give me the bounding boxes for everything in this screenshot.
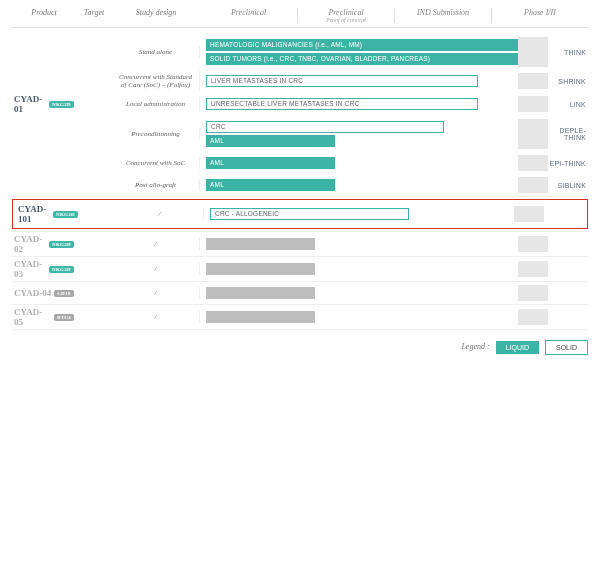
progress-bar: AML xyxy=(206,179,335,191)
bar-track: AML xyxy=(200,152,548,174)
phase-label: IND Submission xyxy=(397,8,489,17)
bar-track xyxy=(200,233,548,255)
bar-track: LIVER METASTASES IN CRC xyxy=(200,70,548,92)
progress-bar: HEMATOLOGIC MALIGNANCIES (i.e., AML, MM) xyxy=(206,39,532,51)
progress-bar: CRC xyxy=(206,121,444,133)
product-name: CYAD-02 xyxy=(14,234,46,254)
bar-track: HEMATOLOGIC MALIGNANCIES (i.e., AML, MM)… xyxy=(200,34,548,70)
study-design-cell: Stand alone xyxy=(112,46,200,58)
target-badge: NKG2D xyxy=(53,211,78,218)
progress-bar: UNRESECTABLE LIVER METASTASES IN CRC xyxy=(206,98,478,110)
bar-track xyxy=(200,306,548,328)
phase-label: Phase I/II xyxy=(494,8,586,17)
phase-preclinical-poc: Preclinical Proof of concept xyxy=(297,8,394,23)
legend-solid: SOLID xyxy=(545,340,588,355)
pipeline-row: PreconditionningCRCAMLDEPLE-THINK xyxy=(12,116,588,152)
product-cell xyxy=(12,132,76,136)
product-cell xyxy=(12,183,76,187)
bar-track: AML xyxy=(200,174,548,196)
study-design-cell: Preconditionning xyxy=(112,128,200,140)
trial-name: DEPLE-THINK xyxy=(548,127,588,141)
pipeline-row: Concurrent with SoCAMLEPI-THINK xyxy=(12,152,588,174)
bar-endcap xyxy=(518,73,548,89)
pipeline-row: CYAD-02NKG2D/ xyxy=(12,232,588,256)
study-design-cell: Concurrent with Standard of Care (SoC) –… xyxy=(112,71,200,91)
trial-name: THINK xyxy=(548,49,588,56)
pipeline-row: CYAD-01NKG2DLocal administrationUNRESECT… xyxy=(12,92,588,116)
product-cell xyxy=(12,79,76,83)
bar-track: UNRESECTABLE LIVER METASTASES IN CRC xyxy=(200,93,548,115)
bar-track xyxy=(200,258,548,280)
legend-label: Legend : xyxy=(461,342,489,351)
product-name: CYAD-03 xyxy=(14,259,46,279)
progress-bar: CRC - ALLOGENEIC xyxy=(210,208,409,220)
product-cell: CYAD-04CD19 xyxy=(12,286,76,300)
product-name: CYAD-04 xyxy=(14,288,51,298)
trial-name: EPI-THINK xyxy=(548,160,588,167)
product-name: CYAD-01 xyxy=(14,94,46,114)
column-headers: Product Target Study design Preclinical … xyxy=(12,8,588,28)
pipeline-row: CYAD-101NKG2D/CRC - ALLOGENEIC xyxy=(16,202,584,226)
legend-liquid: LIQUID xyxy=(496,341,539,354)
header-product: Product xyxy=(12,8,76,17)
phase-preclinical: Preclinical xyxy=(200,8,297,23)
target-badge: BTU4 xyxy=(54,314,74,321)
progress-bar: AML xyxy=(206,135,335,147)
phase-label: Preclinical xyxy=(300,8,392,17)
progress-bar: SOLID TUMORS (i.e., CRC, TNBC, OVARIAN, … xyxy=(206,53,532,65)
bar-endcap xyxy=(518,177,548,193)
bar-endcap xyxy=(518,261,548,277)
product-cell xyxy=(12,161,76,165)
study-design-cell: / xyxy=(116,208,204,220)
bar-endcap xyxy=(518,285,548,301)
bar-endcap xyxy=(518,236,548,252)
progress-bar xyxy=(206,263,315,275)
bar-track: CRCAML xyxy=(200,116,548,152)
bar-endcap xyxy=(518,309,548,325)
product-cell: CYAD-05BTU4 xyxy=(12,305,76,329)
header-study-design: Study design xyxy=(112,8,200,17)
target-badge: NKG2D xyxy=(49,241,74,248)
progress-bar: LIVER METASTASES IN CRC xyxy=(206,75,478,87)
bar-track xyxy=(200,282,548,304)
pipeline-table: Stand aloneHEMATOLOGIC MALIGNANCIES (i.e… xyxy=(12,34,588,330)
phase-headers: Preclinical Preclinical Proof of concept… xyxy=(200,8,588,23)
study-design-cell: / xyxy=(112,238,200,250)
bar-endcap xyxy=(518,155,548,171)
product-cell: CYAD-101NKG2D xyxy=(16,202,80,226)
trial-name: SHRINK xyxy=(548,78,588,85)
product-name: CYAD-05 xyxy=(14,307,51,327)
product-cell xyxy=(12,50,76,54)
target-badge: NKG2D xyxy=(49,266,74,273)
header-target: Target xyxy=(76,8,112,17)
progress-bar xyxy=(206,287,315,299)
pipeline-row: CYAD-05BTU4/ xyxy=(12,305,588,329)
study-design-cell: / xyxy=(112,263,200,275)
legend: Legend : LIQUID SOLID xyxy=(12,340,588,355)
product-cell: CYAD-01NKG2D xyxy=(12,92,76,116)
product-name: CYAD-101 xyxy=(18,204,50,224)
target-badge: NKG2D xyxy=(49,101,74,108)
target-badge: CD19 xyxy=(54,290,73,297)
pipeline-row: Post allo-graftAMLSIBLINK xyxy=(12,174,588,196)
pipeline-row: CYAD-04CD19/ xyxy=(12,282,588,304)
bar-track: CRC - ALLOGENEIC xyxy=(204,203,544,225)
phase-label: Preclinical xyxy=(202,8,295,17)
bar-endcap xyxy=(518,119,548,149)
phase-ind: IND Submission xyxy=(394,8,491,23)
pipeline-row: Stand aloneHEMATOLOGIC MALIGNANCIES (i.e… xyxy=(12,34,588,70)
study-design-cell: Concurrent with SoC xyxy=(112,157,200,169)
phase-1-2: Phase I/II xyxy=(491,8,588,23)
pipeline-row: Concurrent with Standard of Care (SoC) –… xyxy=(12,70,588,92)
pipeline-row: CYAD-03NKG2D/ xyxy=(12,257,588,281)
bar-endcap xyxy=(518,37,548,67)
product-cell: CYAD-03NKG2D xyxy=(12,257,76,281)
bar-endcap xyxy=(518,96,548,112)
study-design-cell: Post allo-graft xyxy=(112,179,200,191)
bar-endcap xyxy=(514,206,544,222)
progress-bar xyxy=(206,238,315,250)
study-design-cell: / xyxy=(112,311,200,323)
study-design-cell: / xyxy=(112,287,200,299)
phase-sublabel: Proof of concept xyxy=(300,17,392,23)
product-cell: CYAD-02NKG2D xyxy=(12,232,76,256)
